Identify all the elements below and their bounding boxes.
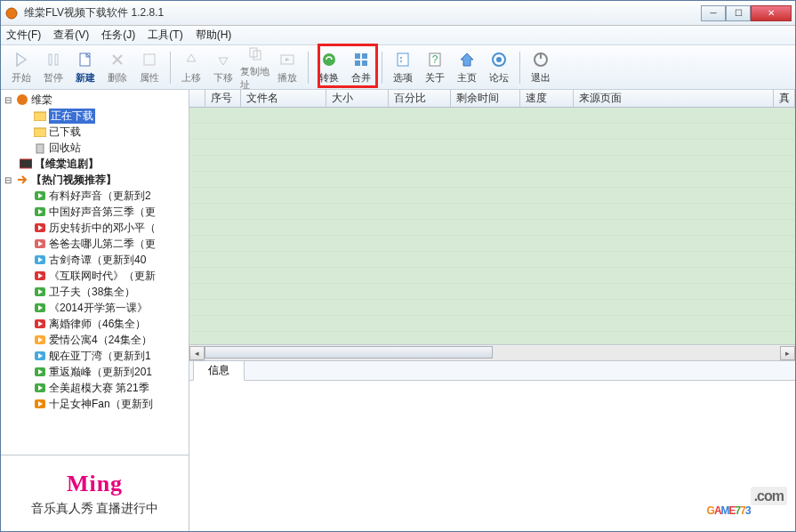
info-tabs: 信息	[189, 361, 795, 381]
toolbar: 开始 暂停 新建 删除 属性 上移 下移 复制地址 播放 转换 合并 选项 ?关…	[1, 45, 795, 90]
svg-rect-4	[144, 54, 155, 65]
main-panel: 序号 文件名 大小 百分比 剩余时间 速度 来源页面 真 ◂ ▸ 信息	[189, 90, 795, 531]
tool-props[interactable]: 属性	[134, 50, 165, 85]
scroll-thumb[interactable]	[205, 346, 493, 359]
col-percent[interactable]: 百分比	[389, 90, 451, 107]
titlebar[interactable]: 维棠FLV视频下载软件 1.2.8.1 ─ ☐ ✕	[1, 1, 795, 26]
tree-hot-item[interactable]: 全美超模大赛 第21季	[1, 380, 189, 396]
svg-rect-21	[540, 52, 542, 59]
menu-task[interactable]: 任务(J)	[101, 28, 135, 43]
svg-point-22	[17, 94, 28, 105]
svg-point-8	[323, 53, 335, 66]
tree-hot-item[interactable]: 《2014开学第一课》	[1, 300, 189, 316]
tree-hot-item[interactable]: 卫子夫（38集全）	[1, 284, 189, 300]
banner-text: 音乐真人秀 直播进行中	[31, 501, 159, 517]
svg-rect-13	[398, 53, 408, 66]
banner-logo: Ming	[67, 471, 123, 497]
scroll-left-button[interactable]: ◂	[189, 346, 205, 360]
col-filename[interactable]: 文件名	[241, 90, 326, 107]
tree-item-label: 卫子夫（38集全）	[49, 285, 135, 300]
media-icon	[33, 253, 47, 267]
tree-hot-item[interactable]: 爸爸去哪儿第二季（更	[1, 236, 189, 252]
tree-hot-item[interactable]: 舰在亚丁湾（更新到1	[1, 348, 189, 364]
sidebar-banner[interactable]: Ming 音乐真人秀 直播进行中	[1, 455, 189, 531]
tree-hot-item[interactable]: 历史转折中的邓小平（	[1, 220, 189, 236]
menubar: 文件(F) 查看(V) 任务(J) 工具(T) 帮助(H)	[1, 26, 795, 45]
col-checkbox[interactable]	[189, 90, 205, 107]
tool-pause[interactable]: 暂停	[38, 50, 68, 85]
menu-file[interactable]: 文件(F)	[6, 28, 41, 43]
tree-recycle[interactable]: 回收站	[1, 140, 189, 156]
info-tab[interactable]: 信息	[193, 360, 245, 381]
tool-convert[interactable]: 转换	[314, 50, 344, 85]
tool-new[interactable]: 新建	[70, 50, 101, 85]
svg-point-19	[496, 57, 502, 62]
arrow-down-icon	[213, 50, 233, 69]
tool-delete[interactable]: 删除	[102, 50, 133, 85]
menu-view[interactable]: 查看(V)	[53, 28, 89, 43]
tool-exit[interactable]: 退出	[526, 50, 556, 85]
info-panel: 信息	[189, 360, 795, 531]
tree-hot-item[interactable]: 爱情公寓4（24集全）	[1, 332, 189, 348]
horizontal-scrollbar[interactable]: ◂ ▸	[189, 344, 795, 360]
tree-root[interactable]: ⊟维棠	[1, 92, 189, 108]
svg-rect-2	[55, 54, 58, 65]
close-button[interactable]: ✕	[751, 5, 792, 21]
media-icon	[33, 189, 47, 203]
merge-icon	[351, 50, 371, 69]
grid-body[interactable]	[189, 108, 795, 344]
folder-icon	[33, 109, 47, 123]
tree-item-label: 爸爸去哪儿第二季（更	[49, 237, 156, 252]
tree-hot-item[interactable]: 重返巅峰（更新到201	[1, 364, 189, 380]
home-icon	[457, 50, 477, 69]
scroll-track[interactable]	[205, 346, 780, 360]
tool-forum[interactable]: 论坛	[484, 50, 514, 85]
tree-hot-item[interactable]: 有料好声音（更新到2	[1, 188, 189, 204]
svg-point-14	[400, 57, 402, 59]
tool-down[interactable]: 下移	[208, 50, 238, 85]
col-speed[interactable]: 速度	[520, 90, 574, 107]
separator	[519, 52, 520, 84]
tool-about[interactable]: ?关于	[420, 50, 450, 85]
tree-hot-item[interactable]: 中国好声音第三季（更	[1, 204, 189, 220]
play-icon	[12, 50, 31, 69]
tree-hot-item[interactable]: 古剑奇谭（更新到40	[1, 252, 189, 268]
tree[interactable]: ⊟维棠 正在下载 已下载 回收站 【维棠追剧】 ⊟【热门视频推荐】 有料好声音（…	[1, 90, 189, 455]
tool-merge[interactable]: 合并	[346, 50, 376, 85]
tool-copyaddr[interactable]: 复制地址	[240, 44, 270, 92]
minimize-button[interactable]: ─	[701, 5, 726, 21]
tree-hot-item[interactable]: 离婚律师（46集全）	[1, 316, 189, 332]
tree-hot-item[interactable]: 《互联网时代》（更新	[1, 268, 189, 284]
media-icon	[33, 333, 47, 347]
maximize-button[interactable]: ☐	[726, 5, 751, 21]
scroll-right-button[interactable]: ▸	[780, 346, 795, 360]
grid-header: 序号 文件名 大小 百分比 剩余时间 速度 来源页面 真	[189, 90, 795, 108]
folder-icon	[33, 125, 47, 139]
col-last[interactable]: 真	[774, 90, 795, 107]
menu-help[interactable]: 帮助(H)	[196, 28, 232, 43]
convert-icon	[319, 50, 339, 69]
new-icon	[76, 50, 95, 69]
tree-drama[interactable]: 【维棠追剧】	[1, 156, 189, 172]
col-size[interactable]: 大小	[326, 90, 389, 107]
tool-options[interactable]: 选项	[388, 50, 418, 85]
forum-icon	[489, 50, 509, 69]
menu-tools[interactable]: 工具(T)	[148, 28, 182, 43]
app-window: 维棠FLV视频下载软件 1.2.8.1 ─ ☐ ✕ 文件(F) 查看(V) 任务…	[0, 0, 796, 532]
pause-icon	[44, 50, 63, 69]
copy-icon	[245, 44, 265, 63]
tree-hot-item[interactable]: 十足女神Fan（更新到	[1, 396, 189, 412]
svg-rect-26	[20, 159, 32, 168]
info-body	[189, 381, 795, 531]
col-remain[interactable]: 剩余时间	[451, 90, 520, 107]
tool-start[interactable]: 开始	[6, 50, 36, 85]
tree-item-label: 全美超模大赛 第21季	[49, 381, 149, 396]
tool-up[interactable]: 上移	[176, 50, 206, 85]
tree-downloaded[interactable]: 已下载	[1, 124, 189, 140]
tool-home[interactable]: 主页	[452, 50, 482, 85]
col-source[interactable]: 来源页面	[574, 90, 774, 107]
tree-downloading[interactable]: 正在下载	[1, 108, 189, 124]
tool-play[interactable]: 播放	[272, 50, 302, 85]
col-seq[interactable]: 序号	[205, 90, 241, 107]
tree-hot[interactable]: ⊟【热门视频推荐】	[1, 172, 189, 188]
